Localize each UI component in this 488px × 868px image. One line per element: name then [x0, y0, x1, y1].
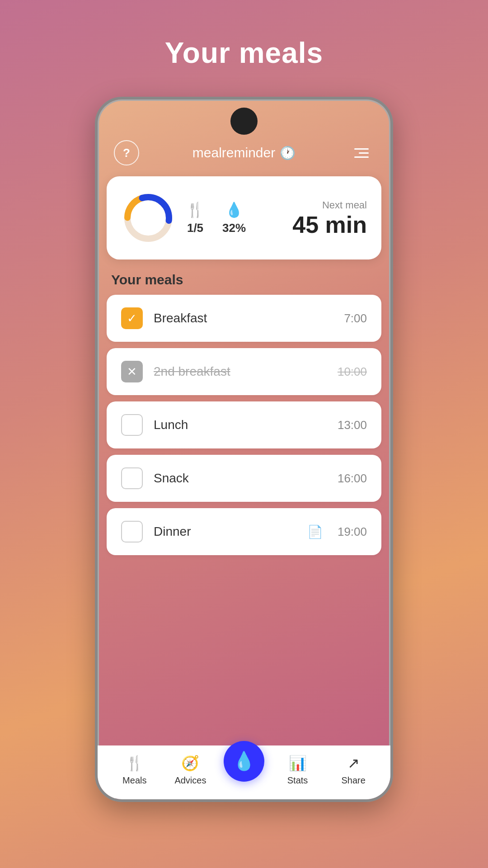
filter-line-3	[354, 156, 369, 158]
page-title: Your meals	[165, 36, 323, 70]
next-meal-time: 45 min	[292, 213, 367, 236]
phone-content: ? mealreminder 🕐	[98, 99, 390, 799]
meals-stat: 🍴 1/5	[186, 201, 204, 235]
filter-line-2	[359, 152, 369, 154]
breakfast-checkbox[interactable]: ✓	[121, 307, 143, 329]
phone-frame: ? mealreminder 🕐	[95, 97, 393, 802]
advices-nav-label: Advices	[174, 775, 206, 786]
dinner-name: Dinner	[154, 524, 296, 539]
meals-nav-icon: 🍴	[126, 755, 144, 772]
lunch-checkbox[interactable]	[121, 414, 143, 436]
share-nav-label: Share	[341, 775, 365, 786]
settings-button[interactable]	[349, 140, 374, 165]
clock-icon: 🕐	[280, 146, 296, 160]
meal-card-snack: Snack 16:00	[107, 455, 381, 502]
meals-section-title: Your meals	[107, 272, 381, 288]
fork-knife-icon: 🍴	[186, 201, 204, 218]
stats-nav-label: Stats	[287, 775, 308, 786]
nav-meals[interactable]: 🍴 Meals	[112, 755, 157, 786]
advices-nav-icon: 🧭	[181, 755, 199, 772]
water-drop-icon: 💧	[225, 201, 243, 218]
lunch-time: 13:00	[338, 418, 367, 432]
snack-name: Snack	[154, 471, 327, 486]
meals-section: Your meals ✓ Breakfast 7:00 ✕ 2nd breakf…	[98, 272, 390, 745]
meals-nav-label: Meals	[122, 775, 146, 786]
2nd-breakfast-time: 10:00	[338, 365, 367, 379]
filter-line-1	[354, 148, 369, 150]
help-button[interactable]: ?	[114, 140, 139, 165]
filter-icon	[354, 148, 369, 158]
next-meal-section: Next meal 45 min	[292, 199, 367, 236]
meal-card-dinner: Dinner 📄 19:00	[107, 508, 381, 555]
nav-share[interactable]: ↗ Share	[331, 755, 376, 786]
water-drop-center-icon: 💧	[233, 750, 255, 772]
2nd-breakfast-checkbox[interactable]: ✕	[121, 361, 143, 382]
meals-count: 1/5	[187, 221, 203, 235]
nav-center-water-button[interactable]: 💧	[224, 741, 264, 782]
snack-checkbox[interactable]	[121, 467, 143, 489]
app-title: mealreminder 🕐	[192, 145, 296, 160]
stats-nav-icon: 📊	[289, 755, 307, 772]
share-nav-icon: ↗	[347, 755, 360, 772]
summary-stats: 🍴 1/5 💧 32% Next meal 45 min	[186, 199, 367, 236]
water-percent: 32%	[222, 221, 246, 235]
dinner-note-icon: 📄	[307, 524, 323, 539]
breakfast-time: 7:00	[344, 311, 367, 326]
phone-notch	[230, 108, 258, 135]
meal-card-2nd-breakfast: ✕ 2nd breakfast 10:00	[107, 348, 381, 395]
progress-donut	[121, 191, 175, 245]
next-meal-label: Next meal	[322, 199, 367, 211]
meal-card-breakfast: ✓ Breakfast 7:00	[107, 295, 381, 342]
nav-stats[interactable]: 📊 Stats	[275, 755, 320, 786]
breakfast-name: Breakfast	[154, 311, 333, 326]
dinner-time: 19:00	[338, 525, 367, 539]
water-stat: 💧 32%	[222, 201, 246, 235]
bottom-nav: 🍴 Meals 🧭 Advices 💧 📊 Stats ↗ Share	[98, 745, 390, 799]
lunch-name: Lunch	[154, 418, 327, 432]
snack-time: 16:00	[338, 472, 367, 486]
app-name-text: mealreminder	[192, 145, 275, 160]
meal-card-lunch: Lunch 13:00	[107, 401, 381, 448]
nav-advices[interactable]: 🧭 Advices	[168, 755, 213, 786]
summary-card: 🍴 1/5 💧 32% Next meal 45 min	[107, 176, 381, 259]
dinner-checkbox[interactable]	[121, 521, 143, 542]
2nd-breakfast-name: 2nd breakfast	[154, 364, 327, 379]
